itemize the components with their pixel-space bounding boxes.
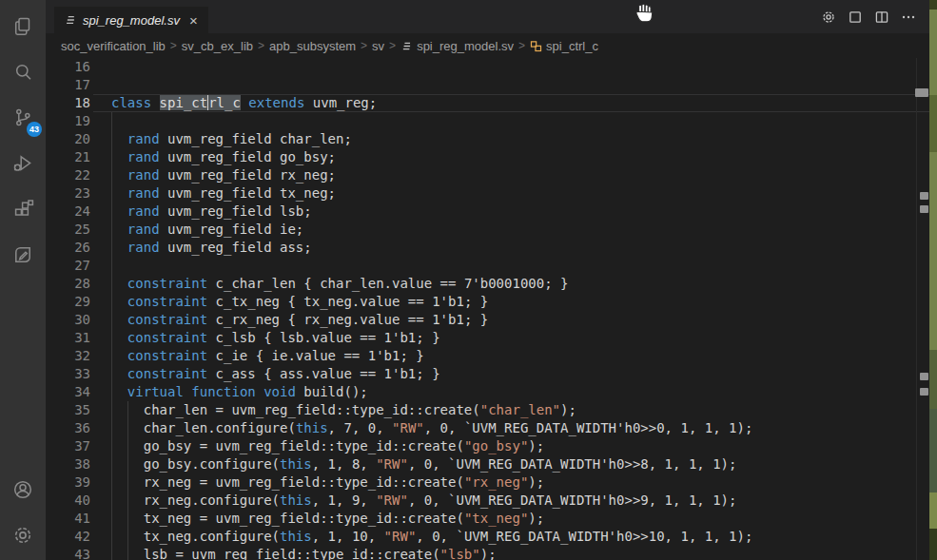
- code-row-32[interactable]: 32 constraint c_ie { ie.value == 1'b1; }: [46, 347, 929, 365]
- code-row-33[interactable]: 33 constraint c_ass { ass.value == 1'b1;…: [46, 365, 929, 383]
- code-token: c_ie { ie.value == 1'b1; }: [207, 348, 424, 363]
- line-number[interactable]: 17: [46, 76, 93, 94]
- line-number[interactable]: 40: [46, 492, 93, 510]
- line-number[interactable]: 30: [46, 311, 93, 329]
- activity-explorer[interactable]: [0, 4, 46, 49]
- line-number[interactable]: 34: [46, 383, 93, 401]
- activity-source-control[interactable]: 43: [0, 95, 46, 141]
- code-row-16[interactable]: 16: [46, 58, 929, 76]
- line-number[interactable]: 22: [46, 166, 93, 184]
- code-row-22[interactable]: 22 rand uvm_reg_field rx_neg;: [46, 166, 929, 184]
- line-number[interactable]: 38: [46, 455, 93, 473]
- line-number[interactable]: 24: [46, 203, 93, 221]
- line-number[interactable]: 18: [46, 94, 93, 112]
- code-row-20[interactable]: 20 rand uvm_reg_field char_len;: [46, 130, 929, 148]
- more-actions-icon[interactable]: [901, 10, 916, 25]
- customize-layout-icon[interactable]: [848, 10, 863, 25]
- code-row-40[interactable]: 40 rx_neg.configure(this, 1, 9, "RW", 0,…: [46, 492, 929, 510]
- code-row-41[interactable]: 41 tx_neg = uvm_reg_field::type_id::crea…: [46, 510, 929, 528]
- line-number[interactable]: 37: [46, 437, 93, 455]
- activity-search[interactable]: [0, 49, 46, 95]
- line-number[interactable]: 25: [46, 221, 93, 239]
- line-number[interactable]: 35: [46, 401, 93, 419]
- line-number[interactable]: 19: [46, 112, 93, 130]
- indent-guide: [111, 419, 112, 437]
- code-row-29[interactable]: 29 constraint c_tx_neg { tx_neg.value ==…: [46, 293, 929, 311]
- code-row-42[interactable]: 42 tx_neg.configure(this, 1, 10, "RW", 0…: [46, 528, 929, 546]
- code-row-36[interactable]: 36 char_len.configure(this, 7, 0, "RW", …: [46, 419, 929, 437]
- code-row-21[interactable]: 21 rand uvm_reg_field go_bsy;: [46, 148, 929, 166]
- line-number[interactable]: 33: [46, 365, 93, 383]
- code-row-18[interactable]: 18class spi_ctrl_c extends uvm_reg;: [46, 94, 929, 112]
- breadcrumb-item-apb-subsystem[interactable]: apb_subsystem: [269, 39, 356, 53]
- code-token: , 0, `UVM_REG_DATA_WIDTH'h0>>10, 1, 1, 1…: [416, 529, 752, 544]
- code-token: , 1, 8,: [312, 456, 376, 472]
- line-number[interactable]: 32: [46, 347, 93, 365]
- line-number[interactable]: 31: [46, 329, 93, 347]
- code-token: this: [296, 420, 328, 435]
- code-token: [256, 384, 264, 399]
- breadcrumb-item-sv-cb-ex-lib[interactable]: sv_cb_ex_lib: [182, 39, 253, 53]
- code-line: constraint c_tx_neg { tx_neg.value == 1'…: [93, 293, 929, 311]
- line-number[interactable]: 43: [46, 546, 93, 560]
- line-number[interactable]: 21: [46, 148, 93, 166]
- activity-run-and-debug[interactable]: [0, 141, 46, 186]
- line-number[interactable]: 41: [46, 510, 93, 528]
- code-line: virtual function void build();: [93, 383, 929, 401]
- activity-extensions[interactable]: [0, 186, 46, 232]
- breadcrumb-item-spi-ctrl-c[interactable]: spi_ctrl_c: [530, 39, 598, 53]
- activity-accounts[interactable]: [0, 467, 46, 512]
- breadcrumb-item-soc-verification-lib[interactable]: soc_verification_lib: [61, 39, 166, 53]
- breadcrumb-item-spi-reg-model-sv[interactable]: spi_reg_model.sv: [400, 39, 514, 53]
- line-number[interactable]: 42: [46, 528, 93, 546]
- code-row-43[interactable]: 43 lsb = uvm_reg_field::type_id::create(…: [46, 546, 929, 560]
- code-row-24[interactable]: 24 rand uvm_reg_field lsb;: [46, 203, 929, 221]
- line-number[interactable]: 16: [46, 58, 93, 76]
- code-token: "go_bsy": [464, 438, 528, 454]
- indent-guide: [127, 473, 128, 492]
- code-editor[interactable]: 161718class spi_ctrl_c extends uvm_reg;1…: [46, 58, 929, 560]
- code-row-19[interactable]: 19: [46, 112, 929, 130]
- close-icon[interactable]: ×: [189, 13, 198, 28]
- line-number[interactable]: 23: [46, 184, 93, 203]
- code-row-17[interactable]: 17: [46, 76, 929, 94]
- code-row-30[interactable]: 30 constraint c_rx_neg { rx_neg.value ==…: [46, 311, 929, 329]
- code-row-37[interactable]: 37 go_bsy = uvm_reg_field::type_id::crea…: [46, 437, 929, 455]
- split-editor-icon[interactable]: [874, 10, 889, 25]
- breadcrumb-item-sv[interactable]: sv: [372, 39, 384, 53]
- code-row-39[interactable]: 39 rx_neg = uvm_reg_field::type_id::crea…: [46, 473, 929, 492]
- code-row-27[interactable]: 27: [46, 257, 929, 275]
- code-token: );: [528, 511, 544, 526]
- code-row-28[interactable]: 28 constraint c_char_len { char_len.valu…: [46, 275, 929, 293]
- code-token: [111, 203, 127, 219]
- code-row-34[interactable]: 34 virtual function void build();: [46, 383, 929, 401]
- code-row-23[interactable]: 23 rand uvm_reg_field tx_neg;: [46, 184, 929, 203]
- line-number[interactable]: 20: [46, 130, 93, 148]
- code-row-31[interactable]: 31 constraint c_lsb { lsb.value == 1'b1;…: [46, 329, 929, 347]
- line-number[interactable]: 29: [46, 293, 93, 311]
- indent-guide: [111, 492, 112, 510]
- activity-editor-tool[interactable]: [0, 232, 46, 278]
- line-number[interactable]: 27: [46, 257, 93, 275]
- code-token: this: [280, 492, 312, 508]
- editor-settings-icon[interactable]: [821, 10, 836, 25]
- code-token: "tx_neg": [464, 511, 528, 526]
- indent-guide: [127, 419, 128, 437]
- tab-bar: spi_reg_model.sv ×: [46, 0, 929, 33]
- code-line: constraint c_rx_neg { rx_neg.value == 1'…: [93, 311, 929, 329]
- code-token: class: [111, 95, 151, 110]
- tab-spi-reg-model[interactable]: spi_reg_model.sv ×: [54, 7, 208, 33]
- code-line: rx_neg.configure(this, 1, 9, "RW", 0, `U…: [93, 492, 929, 510]
- activity-manage[interactable]: [0, 512, 46, 558]
- search-icon: [11, 61, 34, 84]
- line-number[interactable]: 36: [46, 419, 93, 437]
- code-row-38[interactable]: 38 go_bsy.configure(this, 1, 8, "RW", 0,…: [46, 455, 929, 473]
- code-row-26[interactable]: 26 rand uvm_reg_field ass;: [46, 239, 929, 257]
- code-row-25[interactable]: 25 rand uvm_reg_field ie;: [46, 221, 929, 239]
- code-row-35[interactable]: 35 char_len = uvm_reg_field::type_id::cr…: [46, 401, 929, 419]
- line-number[interactable]: 26: [46, 239, 93, 257]
- line-number[interactable]: 39: [46, 473, 93, 492]
- code-line: [93, 257, 929, 275]
- indent-guide: [111, 221, 112, 239]
- line-number[interactable]: 28: [46, 275, 93, 293]
